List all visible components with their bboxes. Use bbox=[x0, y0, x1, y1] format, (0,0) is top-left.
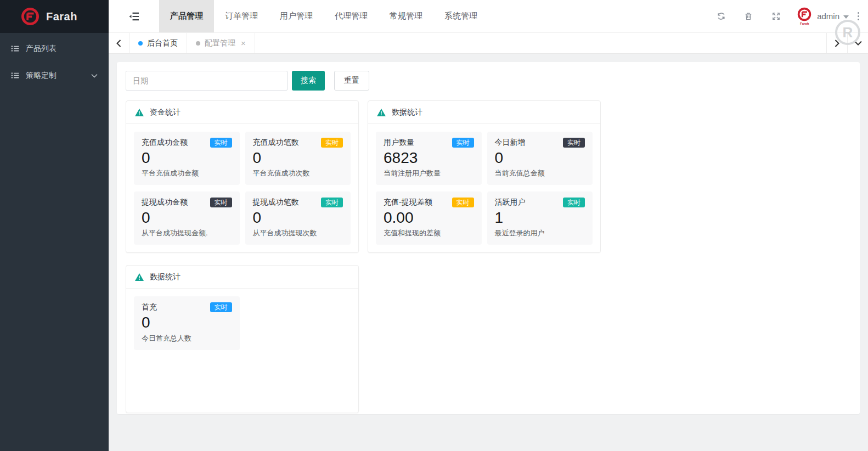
tab-label: 配置管理 bbox=[205, 38, 235, 48]
tabbar: 后台首页 配置管理 × bbox=[109, 33, 868, 54]
nav-item-orders[interactable]: 订单管理 bbox=[214, 0, 269, 32]
stat-label: 充值成功金额 bbox=[142, 138, 188, 148]
sidebar-toggle-button[interactable] bbox=[109, 0, 159, 32]
stat-desc: 平台充值成功次数 bbox=[253, 168, 343, 178]
stat-box: 提现成功金额 实时 0 从平台成功提现金额. bbox=[134, 191, 240, 245]
brand-name: Farah bbox=[46, 10, 77, 23]
sidebar-item-product-list[interactable]: 产品列表 bbox=[0, 35, 109, 62]
stat-label: 充值成功笔数 bbox=[253, 138, 299, 148]
realtime-badge: 实时 bbox=[563, 198, 585, 207]
search-row: 搜索 重置 bbox=[126, 71, 851, 91]
stat-box: 首充 实时 0 今日首充总人数 bbox=[134, 296, 240, 349]
realtime-badge: 实时 bbox=[321, 138, 343, 148]
tab-label: 后台首页 bbox=[147, 38, 178, 48]
fullscreen-icon[interactable] bbox=[762, 12, 790, 21]
stat-value: 6823 bbox=[384, 149, 474, 167]
card-header: 数据统计 bbox=[126, 266, 358, 289]
stat-value: 0 bbox=[253, 209, 343, 227]
nav-label: 常规管理 bbox=[390, 11, 422, 21]
stat-label: 提现成功金额 bbox=[142, 198, 188, 207]
tab-status-dot bbox=[196, 41, 200, 46]
realtime-badge: 实时 bbox=[210, 138, 232, 148]
stat-box: 充值成功金额 实时 0 平台充值成功金额 bbox=[134, 132, 240, 185]
card-body: 充值成功金额 实时 0 平台充值成功金额 充值成功笔数 实时 0 平台充值成功次… bbox=[126, 124, 358, 252]
realtime-badge: 实时 bbox=[452, 198, 474, 207]
trash-icon[interactable] bbox=[735, 12, 762, 21]
realtime-badge: 实时 bbox=[563, 138, 585, 148]
stat-label: 活跃用户 bbox=[495, 198, 526, 207]
warning-triangle-icon bbox=[377, 109, 386, 116]
stat-box: 充值-提现差额 实时 0.00 充值和提现的差额 bbox=[376, 191, 482, 245]
realtime-badge: 实时 bbox=[210, 198, 232, 207]
realtime-badge: 实时 bbox=[210, 302, 232, 312]
content-panel: 搜索 重置 资金统计 充值成功金额 实时 bbox=[117, 62, 860, 414]
nav-item-users[interactable]: 用户管理 bbox=[269, 0, 324, 32]
tab-config[interactable]: 配置管理 × bbox=[187, 33, 255, 53]
stat-label: 今日新增 bbox=[495, 138, 526, 148]
stat-desc: 今日首充总人数 bbox=[142, 334, 232, 343]
top-header: 产品管理 订单管理 用户管理 代理管理 常规管理 系统管理 bbox=[109, 0, 868, 33]
stat-value: 0 bbox=[142, 314, 232, 331]
nav-item-general[interactable]: 常规管理 bbox=[379, 0, 433, 32]
card-header: 数据统计 bbox=[368, 101, 600, 124]
refresh-icon[interactable] bbox=[707, 12, 735, 21]
warning-triangle-icon bbox=[135, 273, 144, 281]
stat-value: 0 bbox=[253, 149, 343, 167]
nav-item-product[interactable]: 产品管理 bbox=[159, 0, 214, 32]
stat-label: 充值-提现差额 bbox=[384, 198, 432, 207]
avatar-brand-text: Farah bbox=[800, 22, 809, 25]
search-button[interactable]: 搜索 bbox=[292, 71, 325, 91]
sidebar-item-strategy[interactable]: 策略定制 bbox=[0, 62, 109, 89]
card-body: 首充 实时 0 今日首充总人数 bbox=[126, 289, 358, 357]
stat-desc: 从平台成功提现次数 bbox=[253, 228, 343, 238]
close-icon[interactable]: × bbox=[241, 39, 246, 47]
nav-label: 系统管理 bbox=[444, 11, 477, 21]
sidebar-item-label: 产品列表 bbox=[26, 44, 57, 54]
reset-button[interactable]: 重置 bbox=[334, 71, 369, 91]
card-title: 数据统计 bbox=[150, 272, 181, 282]
card-first-charge-stats: 数据统计 首充 实时 0 今日首充总人数 bbox=[126, 265, 359, 413]
tabs-menu-button[interactable] bbox=[847, 33, 868, 53]
stat-desc: 平台充值成功金额 bbox=[142, 168, 232, 178]
date-input[interactable] bbox=[126, 71, 288, 91]
warning-triangle-icon bbox=[135, 109, 144, 116]
list-icon bbox=[11, 44, 19, 53]
tab-home[interactable]: 后台首页 bbox=[129, 33, 187, 53]
chevron-down-icon bbox=[91, 74, 98, 78]
tabs-scroll-left-button[interactable] bbox=[109, 33, 129, 53]
stat-label: 首充 bbox=[142, 302, 157, 312]
main-area: 搜索 重置 资金统计 充值成功金额 实时 bbox=[109, 54, 868, 451]
stat-value: 1 bbox=[495, 209, 585, 227]
stat-desc: 当前充值总金额 bbox=[495, 168, 585, 178]
nav-item-agents[interactable]: 代理管理 bbox=[324, 0, 379, 32]
stat-value: 0 bbox=[142, 209, 232, 227]
brand-logo-area: Farah bbox=[0, 0, 109, 33]
list-icon bbox=[11, 71, 19, 80]
tabbar-right-controls bbox=[826, 33, 868, 53]
top-nav: 产品管理 订单管理 用户管理 代理管理 常规管理 系统管理 bbox=[159, 0, 488, 32]
sidebar: Farah 产品列表 策略定制 bbox=[0, 0, 109, 451]
admin-dropdown[interactable]: admin bbox=[816, 12, 854, 21]
stat-value: 0 bbox=[495, 149, 585, 167]
stat-box: 用户数量 实时 6823 当前注册用户数量 bbox=[376, 132, 482, 185]
user-avatar[interactable]: Farah bbox=[797, 7, 811, 25]
card-funds-stats: 资金统计 充值成功金额 实时 0 平台充值成功金额 充值成功笔数 bbox=[126, 100, 359, 253]
sidebar-item-label: 策略定制 bbox=[26, 71, 57, 81]
more-options-icon[interactable] bbox=[854, 12, 863, 20]
realtime-badge: 实时 bbox=[452, 138, 474, 148]
stat-desc: 当前注册用户数量 bbox=[384, 168, 474, 178]
stat-desc: 最近登录的用户 bbox=[495, 228, 585, 238]
stat-label: 提现成功笔数 bbox=[253, 198, 299, 207]
realtime-badge: 实时 bbox=[321, 198, 343, 207]
nav-label: 产品管理 bbox=[170, 11, 203, 21]
tabs-scroll-right-button[interactable] bbox=[826, 33, 847, 53]
stat-box: 今日新增 实时 0 当前充值总金额 bbox=[487, 132, 593, 185]
stat-desc: 从平台成功提现金额. bbox=[142, 228, 232, 238]
admin-username: admin bbox=[817, 12, 839, 21]
caret-down-icon bbox=[843, 15, 849, 19]
nav-item-system[interactable]: 系统管理 bbox=[433, 0, 488, 32]
card-header: 资金统计 bbox=[126, 101, 358, 124]
stat-label: 用户数量 bbox=[384, 138, 414, 148]
nav-label: 用户管理 bbox=[280, 11, 313, 21]
stat-box: 提现成功笔数 实时 0 从平台成功提现次数 bbox=[245, 191, 351, 245]
